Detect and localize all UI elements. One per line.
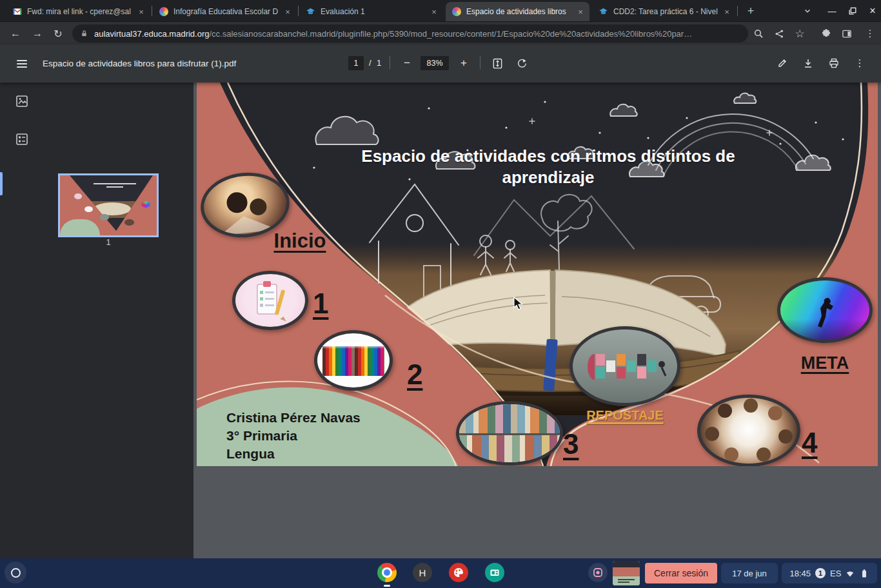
notification-count-badge: 1: [815, 568, 826, 578]
meta-label[interactable]: META: [777, 353, 873, 373]
reload-button[interactable]: ↻: [50, 26, 66, 41]
tab-title: Fwd: mira el link - cperez@sal: [27, 7, 134, 16]
thumb-title-line: [106, 186, 123, 188]
page-separator: /: [369, 58, 371, 68]
zoom-in-button[interactable]: +: [455, 55, 472, 72]
pdf-document-title: Espacio de actividades libros para disfr…: [43, 59, 236, 68]
zoom-out-button[interactable]: −: [399, 55, 415, 72]
launcher-button[interactable]: [5, 562, 26, 583]
tab-close-icon[interactable]: ×: [282, 6, 293, 17]
print-icon[interactable]: [826, 55, 842, 72]
rotate-page-icon[interactable]: [513, 55, 530, 72]
logout-button[interactable]: Cerrar sesión: [645, 563, 717, 583]
minimize-button[interactable]: —: [824, 3, 840, 19]
bookmark-star-icon[interactable]: ☆: [792, 26, 807, 41]
inicio-label[interactable]: Inicio: [261, 230, 339, 253]
outline-pane-icon[interactable]: [13, 130, 31, 148]
pdf-toolbar: Espacio de actividades libros para disfr…: [0, 44, 881, 83]
tab-cdd2[interactable]: CDD2: Tarea práctica 6 - Nivel ×: [592, 2, 736, 21]
tab-infografia[interactable]: Infografía Educativa Escolar D ×: [153, 2, 297, 21]
status-tray[interactable]: 18:45 1 ES: [782, 563, 877, 583]
page-thumbnail[interactable]: [58, 173, 159, 237]
tab-search-chevron-icon[interactable]: [800, 3, 815, 19]
window-close-button[interactable]: ×: [865, 3, 880, 19]
pencils-graphic: [322, 346, 384, 376]
tab-close-icon[interactable]: ×: [429, 6, 439, 17]
repostaje-circle[interactable]: [569, 326, 680, 406]
browser-menu-dots-icon[interactable]: ⋮: [862, 26, 878, 41]
screen-capture-icon[interactable]: [588, 563, 608, 582]
meta-circle[interactable]: [777, 277, 873, 343]
tab-close-icon[interactable]: ×: [575, 6, 586, 17]
tab-close-icon[interactable]: ×: [136, 6, 146, 17]
thumb-dot: [100, 214, 109, 220]
pdf-menu-hamburger-icon[interactable]: [14, 56, 30, 72]
teal-card-app-icon[interactable]: [485, 563, 504, 582]
activity-3-circle[interactable]: [456, 401, 563, 466]
pdf-menu-dots-icon[interactable]: ⋮: [851, 55, 868, 72]
thumb-dot: [74, 193, 82, 199]
tab-separator: [152, 6, 152, 16]
repostaje-label[interactable]: REPOSTAJE: [569, 408, 680, 423]
art-palette-app-icon[interactable]: [449, 563, 468, 582]
download-icon[interactable]: [800, 55, 817, 72]
pdf-sidebar: 1: [0, 83, 193, 558]
side-panel-icon[interactable]: [839, 26, 855, 41]
step-2-label[interactable]: 2: [407, 358, 422, 391]
tab-gmail[interactable]: Fwd: mira el link - cperez@sal ×: [6, 2, 150, 21]
url-path: /cc.salesianoscarabanchel.madrid/pluginf…: [210, 29, 693, 39]
mouse-cursor: [513, 297, 526, 311]
thumb-dot: [124, 219, 134, 226]
page-number-input[interactable]: 1: [348, 56, 364, 70]
notif-thumb-sky: [613, 561, 640, 567]
restore-button[interactable]: [845, 3, 860, 19]
thumbnail-page-number: 1: [58, 237, 159, 247]
address-bar[interactable]: aulavirtual37.educa.madrid.org/cc.salesi…: [72, 24, 748, 43]
toolbar-divider: [480, 56, 480, 69]
tab-strip: Fwd: mira el link - cperez@sal × Infogra…: [0, 0, 881, 21]
zoom-level-input[interactable]: 83%: [421, 56, 449, 70]
tab-close-icon[interactable]: ×: [722, 6, 732, 17]
thumb-dot: [84, 206, 93, 212]
chrome-app-icon[interactable]: [377, 563, 397, 582]
fit-to-page-icon[interactable]: [489, 55, 506, 72]
tab-title: CDD2: Tarea práctica 6 - Nivel: [613, 7, 719, 16]
url-text: aulavirtual37.educa.madrid.org/cc.salesi…: [94, 29, 692, 39]
extensions-puzzle-icon[interactable]: [818, 26, 834, 41]
notification-thumbnail[interactable]: [613, 561, 640, 585]
author-name: Cristina Pérez Navas: [226, 409, 361, 427]
author-grade: 3° Primaria: [226, 427, 361, 445]
back-button[interactable]: ←: [8, 26, 23, 41]
tab-title: Evaluación 1: [321, 7, 426, 16]
activity-1-circle[interactable]: [232, 271, 308, 330]
selected-pane-indicator: [0, 172, 3, 195]
step-4-label[interactable]: 4: [802, 427, 817, 459]
slide-title: Espacio de actividades con ritmos distin…: [322, 146, 774, 188]
activity-4-circle[interactable]: [697, 395, 800, 466]
date-pill[interactable]: 17 de jun: [721, 563, 778, 583]
forward-button[interactable]: →: [30, 26, 45, 41]
activity-2-circle[interactable]: [314, 330, 393, 391]
tab-espacio-actividades-active[interactable]: Espacio de actividades libros ×: [446, 2, 589, 21]
thumbnails-pane-icon[interactable]: [13, 92, 31, 110]
pdf-page: Espacio de actividades con ritmos distin…: [197, 83, 878, 466]
new-tab-button[interactable]: +: [743, 3, 758, 19]
graduation-cap-icon: [306, 7, 315, 16]
wifi-icon: [846, 570, 855, 577]
app-h-icon[interactable]: H: [413, 563, 432, 582]
notif-thumb-line: [618, 579, 635, 580]
keyboard-layout: ES: [830, 569, 841, 578]
share-icon[interactable]: [771, 26, 787, 41]
chrome-active-indicator: [384, 585, 390, 587]
tab-evaluacion[interactable]: Evaluación 1 ×: [299, 2, 443, 21]
browser-toolbar: ← → ↻ aulavirtual37.educa.madrid.org/cc.…: [0, 21, 881, 44]
annotate-pencil-icon[interactable]: [774, 55, 791, 72]
thumb-title-line: [94, 183, 136, 184]
toolbar-divider: [390, 56, 390, 69]
step-3-label[interactable]: 3: [563, 428, 579, 460]
gmail-icon: [13, 7, 22, 16]
author-subject: Lengua: [226, 445, 361, 463]
zoom-search-icon[interactable]: [751, 26, 766, 41]
step-1-label[interactable]: 1: [313, 288, 328, 320]
clock: 18:45: [790, 569, 811, 578]
